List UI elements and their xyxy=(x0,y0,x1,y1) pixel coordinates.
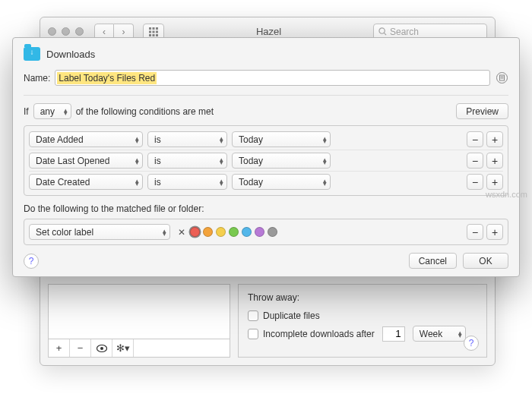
svg-rect-1 xyxy=(153,27,155,30)
remove-action-button[interactable]: − xyxy=(467,224,483,240)
incomplete-value-field[interactable] xyxy=(382,326,405,342)
duplicate-files-label: Duplicate files xyxy=(263,310,320,321)
svg-rect-3 xyxy=(149,30,151,33)
main-content: + − ✻▾ Throw away: Duplicate files Incom… xyxy=(40,279,495,365)
rules-toolbar: + − ✻▾ xyxy=(49,339,230,357)
search-placeholder: Search xyxy=(390,27,419,37)
action-select[interactable]: Set color label▴▾ xyxy=(29,224,170,240)
rules-list: + − ✻▾ xyxy=(48,284,230,358)
if-prefix: If xyxy=(24,106,29,117)
window-title: Hazel xyxy=(169,26,369,37)
add-condition-button[interactable]: + xyxy=(486,174,503,190)
svg-point-12 xyxy=(100,347,103,350)
svg-rect-6 xyxy=(149,34,151,36)
color-green[interactable] xyxy=(229,227,239,237)
remove-condition-button[interactable]: − xyxy=(467,131,483,147)
svg-rect-0 xyxy=(149,27,151,30)
color-yellow[interactable] xyxy=(216,227,226,237)
attr-select[interactable]: Date Created▴▾ xyxy=(29,174,143,190)
preview-button[interactable]: Preview xyxy=(456,103,508,119)
throw-away-header: Throw away: xyxy=(248,292,477,303)
color-blue[interactable] xyxy=(242,227,252,237)
traffic-lights[interactable] xyxy=(48,27,84,36)
gear-icon: ✻▾ xyxy=(116,342,130,354)
rule-editor-sheet: Downloads Name: Label Today's Files Red … xyxy=(12,37,520,277)
incomplete-unit-select[interactable]: Week▴▾ xyxy=(413,326,466,342)
sheet-help-button[interactable]: ? xyxy=(24,254,39,269)
color-red[interactable] xyxy=(190,227,200,237)
val-select[interactable]: Today▴▾ xyxy=(232,153,331,169)
svg-rect-5 xyxy=(156,30,158,33)
rules-list-body[interactable] xyxy=(49,285,230,339)
do-label: Do the following to the matched file or … xyxy=(24,203,508,214)
name-label: Name: xyxy=(24,73,50,84)
ok-button[interactable]: OK xyxy=(463,253,508,269)
note-icon xyxy=(496,72,508,84)
match-scope-select[interactable]: any▴▾ xyxy=(33,103,71,119)
attr-select[interactable]: Date Last Opened▴▾ xyxy=(29,153,143,169)
op-select[interactable]: is▴▾ xyxy=(147,153,227,169)
rule-name-value: Label Today's Files Red xyxy=(57,72,157,84)
cancel-button[interactable]: Cancel xyxy=(409,253,457,269)
add-condition-button[interactable]: + xyxy=(486,153,503,169)
clear-color-button[interactable]: ✕ xyxy=(178,227,185,238)
condition-row: Date Last Opened▴▾ is▴▾ Today▴▾ −+ xyxy=(29,150,503,171)
val-select[interactable]: Today▴▾ xyxy=(232,174,331,190)
notes-button[interactable] xyxy=(495,71,508,85)
rule-options-button[interactable]: ✻▾ xyxy=(112,339,134,357)
color-grey[interactable] xyxy=(268,227,277,237)
remove-condition-button[interactable]: − xyxy=(467,174,483,190)
add-rule-button[interactable]: + xyxy=(49,339,70,357)
incomplete-downloads-label: Incomplete downloads after xyxy=(263,329,375,339)
preview-rule-button[interactable] xyxy=(91,339,112,357)
condition-row: Date Created▴▾ is▴▾ Today▴▾ −+ xyxy=(29,171,503,192)
search-icon xyxy=(378,27,387,36)
op-select[interactable]: is▴▾ xyxy=(147,131,227,147)
op-select[interactable]: is▴▾ xyxy=(147,174,227,190)
svg-rect-8 xyxy=(156,34,158,36)
remove-rule-button[interactable]: − xyxy=(70,339,91,357)
condition-row: Date Added▴▾ is▴▾ Today▴▾ −+ xyxy=(29,129,503,150)
watermark: wsxdn.com xyxy=(486,190,527,199)
eye-icon xyxy=(97,345,107,352)
add-action-button[interactable]: + xyxy=(486,224,503,240)
svg-rect-7 xyxy=(153,34,155,36)
throw-away-panel: Throw away: Duplicate files Incomplete d… xyxy=(238,284,487,358)
if-suffix: of the following conditions are met xyxy=(76,106,214,117)
svg-rect-4 xyxy=(153,30,155,33)
actions-box: Set color label▴▾ ✕ −+ xyxy=(24,219,508,245)
svg-line-10 xyxy=(384,33,386,35)
help-button[interactable]: ? xyxy=(464,336,479,351)
add-condition-button[interactable]: + xyxy=(486,131,503,147)
grid-icon xyxy=(149,27,158,36)
rule-name-field[interactable]: Label Today's Files Red xyxy=(55,70,490,86)
duplicate-files-checkbox[interactable] xyxy=(248,310,258,321)
remove-condition-button[interactable]: − xyxy=(467,153,483,169)
incomplete-downloads-checkbox[interactable] xyxy=(248,329,258,339)
folder-name: Downloads xyxy=(46,49,95,60)
conditions-box: Date Added▴▾ is▴▾ Today▴▾ −+ Date Last O… xyxy=(24,125,508,196)
attr-select[interactable]: Date Added▴▾ xyxy=(29,131,143,147)
color-purple[interactable] xyxy=(255,227,264,237)
color-swatches xyxy=(190,227,277,237)
folder-icon xyxy=(24,47,40,61)
color-orange[interactable] xyxy=(203,227,213,237)
svg-point-9 xyxy=(379,28,385,33)
val-select[interactable]: Today▴▾ xyxy=(232,131,331,147)
svg-rect-2 xyxy=(156,27,158,30)
